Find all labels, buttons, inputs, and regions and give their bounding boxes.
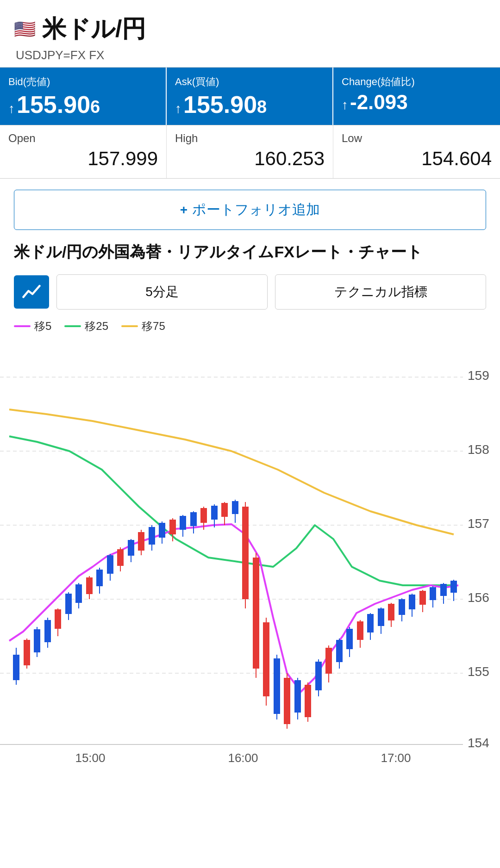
timeframe-button[interactable]: 5分足 <box>56 274 268 310</box>
portfolio-btn-label: ポートフォリオ追加 <box>192 200 320 219</box>
svg-rect-92 <box>419 591 426 605</box>
svg-rect-26 <box>75 584 82 603</box>
ticker-subtitle: USDJPY=FX FX <box>14 48 486 62</box>
x-label-1600: 16:00 <box>228 751 258 765</box>
ask-arrow: ↑ <box>175 101 181 116</box>
chart-container: 159 158 157 156 155 154 <box>0 340 500 775</box>
flag-icon: 🇺🇸 <box>14 19 36 39</box>
svg-rect-74 <box>325 648 332 674</box>
svg-rect-84 <box>378 608 384 626</box>
legend-ma25-line <box>64 325 81 327</box>
svg-rect-52 <box>211 506 218 520</box>
portfolio-add-button[interactable]: + ポートフォリオ追加 <box>14 190 486 230</box>
svg-text:154: 154 <box>468 736 489 747</box>
svg-rect-32 <box>107 555 113 574</box>
svg-rect-44 <box>169 520 176 534</box>
svg-rect-34 <box>117 549 124 566</box>
legend-ma5-line <box>14 325 31 327</box>
header: 🇺🇸 米ドル/円 USDJPY=FX FX <box>0 0 500 67</box>
svg-rect-46 <box>180 516 186 530</box>
ohlc-grid: Open 157.999 High 160.253 Low 154.604 <box>0 125 500 179</box>
legend-ma25: 移25 <box>64 319 108 334</box>
svg-rect-24 <box>65 594 72 614</box>
legend-ma25-label: 移25 <box>85 319 108 334</box>
svg-rect-70 <box>305 685 311 717</box>
svg-rect-94 <box>430 587 436 600</box>
indicator-button[interactable]: テクニカル指標 <box>275 274 486 310</box>
plus-icon: + <box>180 203 188 217</box>
svg-rect-18 <box>34 629 40 652</box>
ask-small: 8 <box>257 97 267 117</box>
candlestick-chart: 159 158 157 156 155 154 <box>0 340 500 747</box>
chart-type-button[interactable] <box>14 275 49 309</box>
title-row: 🇺🇸 米ドル/円 <box>14 13 486 45</box>
low-cell: Low 154.604 <box>333 125 500 178</box>
bid-small: 6 <box>90 97 100 117</box>
svg-rect-20 <box>44 620 51 642</box>
chart-line-icon <box>21 282 42 302</box>
svg-rect-98 <box>450 581 457 593</box>
svg-rect-58 <box>242 507 249 599</box>
page-title: 米ドル/円 <box>42 13 146 45</box>
svg-rect-72 <box>315 662 322 690</box>
bid-main: 155.906 <box>17 91 100 118</box>
svg-rect-76 <box>336 640 343 662</box>
svg-rect-14 <box>13 655 19 680</box>
svg-rect-86 <box>388 604 394 620</box>
price-grid: Bid(売値) ↑ 155.906 Ask(買値) ↑ 155.908 Chan… <box>0 67 500 125</box>
change-cell: Change(始値比) ↑ -2.093 <box>333 68 500 125</box>
svg-rect-40 <box>149 527 155 545</box>
change-label: Change(始値比) <box>342 75 492 89</box>
chart-controls: 5分足 テクニカル指標 <box>0 274 500 319</box>
svg-rect-80 <box>357 621 363 640</box>
chart-svg-wrapper: 159 158 157 156 155 154 <box>0 340 500 747</box>
change-num: -2.093 <box>350 91 408 114</box>
svg-text:155: 155 <box>468 664 489 679</box>
x-label-1500: 15:00 <box>75 751 105 765</box>
ask-value: ↑ 155.908 <box>175 91 324 118</box>
svg-rect-82 <box>367 614 374 632</box>
high-cell: High 160.253 <box>167 125 333 178</box>
open-value: 157.999 <box>8 148 158 170</box>
svg-text:159: 159 <box>468 368 489 383</box>
change-value: ↑ -2.093 <box>342 91 492 114</box>
svg-rect-16 <box>24 640 30 665</box>
open-cell: Open 157.999 <box>0 125 167 178</box>
svg-rect-96 <box>440 584 447 596</box>
chart-legend: 移5 移25 移75 <box>0 319 500 340</box>
svg-rect-68 <box>294 680 301 713</box>
svg-rect-54 <box>221 503 228 517</box>
svg-rect-50 <box>200 508 207 523</box>
ask-main: 155.908 <box>183 91 267 118</box>
legend-ma75-label: 移75 <box>142 319 165 334</box>
bid-cell: Bid(売値) ↑ 155.906 <box>0 68 167 125</box>
svg-rect-64 <box>274 658 280 714</box>
svg-rect-36 <box>128 540 134 556</box>
svg-rect-42 <box>159 523 165 538</box>
svg-text:157: 157 <box>468 516 489 531</box>
svg-rect-88 <box>399 599 405 615</box>
x-axis: 15:00 16:00 17:00 <box>0 747 500 775</box>
svg-rect-38 <box>138 532 144 551</box>
x-label-1700: 17:00 <box>381 751 411 765</box>
svg-rect-60 <box>253 558 259 669</box>
portfolio-section: + ポートフォリオ追加 <box>0 179 500 241</box>
ask-cell: Ask(買値) ↑ 155.908 <box>167 68 333 125</box>
svg-text:156: 156 <box>468 590 489 605</box>
section-title: 米ドル/円の外国為替・リアルタイムFXレート・チャート <box>0 241 500 274</box>
svg-rect-66 <box>284 678 290 724</box>
svg-rect-90 <box>409 595 415 609</box>
high-value: 160.253 <box>175 148 325 170</box>
svg-rect-62 <box>263 622 269 696</box>
change-arrow: ↑ <box>342 98 348 112</box>
svg-rect-78 <box>346 629 353 649</box>
svg-text:158: 158 <box>468 442 489 457</box>
open-label: Open <box>8 132 158 145</box>
legend-ma5-label: 移5 <box>34 319 51 334</box>
svg-rect-28 <box>86 577 93 594</box>
svg-rect-22 <box>55 609 61 629</box>
bid-arrow: ↑ <box>8 101 15 116</box>
bid-label: Bid(売値) <box>8 75 157 89</box>
low-label: Low <box>342 132 492 145</box>
legend-ma75: 移75 <box>121 319 165 334</box>
